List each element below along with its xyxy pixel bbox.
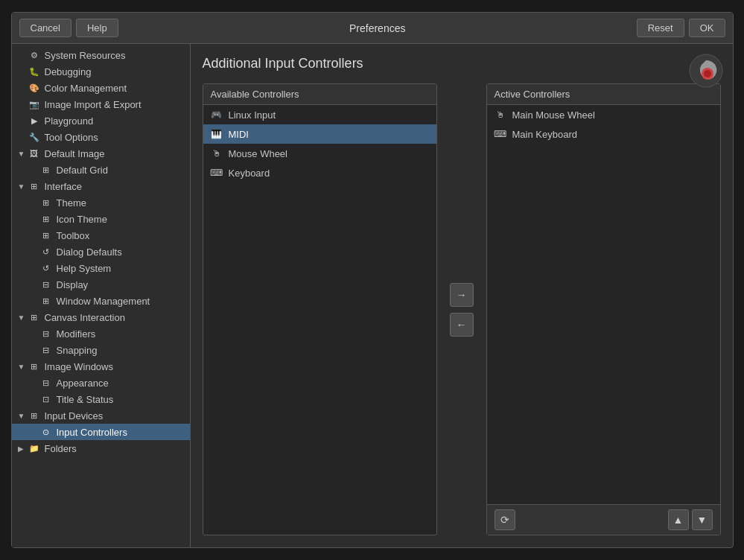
sidebar-item-label: Toolbox: [57, 230, 90, 241]
controller-label: Main Mouse Wheel: [512, 109, 595, 121]
sidebar-item-label: Default Grid: [57, 165, 108, 176]
reset-button[interactable]: Reset: [637, 19, 684, 37]
sidebar-item-tool-options[interactable]: ▼🔧Tool Options: [12, 129, 190, 145]
sidebar-icon: ⊟: [40, 377, 52, 389]
sidebar-item-title-status[interactable]: ▼⊡Title & Status: [12, 391, 190, 407]
active-controller-item[interactable]: 🖱Main Mouse Wheel: [487, 105, 720, 124]
move-left-button[interactable]: ←: [450, 313, 474, 337]
sidebar-icon: ⊞: [40, 213, 52, 225]
sidebar-item-label: Interface: [45, 181, 83, 192]
app-logo: [688, 53, 724, 89]
sidebar-item-label: Dialog Defaults: [57, 246, 122, 258]
sidebar-item-label: Input Controllers: [57, 427, 127, 438]
controller-label: Linux Input: [229, 109, 276, 121]
available-controllers-panel: Available Controllers 🎮Linux Input🎹MIDI🖱…: [203, 83, 437, 535]
collapse-arrow: ▼: [30, 346, 39, 354]
sidebar-item-system-resources[interactable]: ▼⚙System Resources: [12, 47, 190, 63]
sidebar-icon: ⊞: [28, 410, 40, 421]
sidebar-item-input-devices[interactable]: ▼⊞Input Devices: [12, 407, 190, 424]
sidebar-item-dialog-defaults[interactable]: ▼↺Dialog Defaults: [12, 244, 190, 260]
sidebar-item-label: Appearance: [57, 378, 109, 389]
help-button[interactable]: Help: [76, 19, 118, 37]
collapse-arrow: ▼: [30, 297, 39, 305]
sidebar-item-icon-theme[interactable]: ▼⊞Icon Theme: [12, 211, 190, 227]
sidebar-item-debugging[interactable]: ▼🐛Debugging: [12, 63, 190, 80]
sidebar-item-label: Default Image: [45, 148, 105, 159]
refresh-button[interactable]: ⟳: [495, 509, 515, 530]
sidebar-item-help-system[interactable]: ▼↺Help System: [12, 260, 190, 276]
sidebar-item-color-management[interactable]: ▼🎨Color Management: [12, 80, 190, 96]
sidebar-item-default-grid[interactable]: ▼⊞Default Grid: [12, 162, 190, 178]
collapse-arrow: ▼: [18, 150, 27, 158]
cancel-button[interactable]: Cancel: [19, 19, 71, 37]
sidebar-item-playground[interactable]: ▼▶Playground: [12, 112, 190, 129]
sidebar-item-toolbox[interactable]: ▼⊞Toolbox: [12, 227, 190, 244]
sidebar-item-canvas-interaction[interactable]: ▼⊞Canvas Interaction: [12, 309, 190, 325]
sidebar-item-image-import-export[interactable]: ▼📷Image Import & Export: [12, 96, 190, 112]
move-down-button[interactable]: ▼: [692, 509, 713, 530]
sidebar-item-folders[interactable]: ▶📁Folders: [12, 440, 190, 456]
sidebar-item-display[interactable]: ▼⊟Display: [12, 276, 190, 293]
arrow-panel: → ←: [443, 83, 480, 535]
collapse-arrow: ▼: [30, 248, 39, 256]
sidebar-item-label: Icon Theme: [57, 214, 107, 225]
available-controller-item[interactable]: 🎮Linux Input: [203, 105, 436, 124]
collapse-arrow: ▼: [30, 166, 39, 174]
controller-icon: 🖱: [211, 147, 223, 159]
sidebar-item-input-controllers[interactable]: ▼⊙Input Controllers: [12, 424, 190, 440]
sidebar-icon: ⊞: [28, 180, 40, 192]
sidebar-icon: ⊡: [40, 393, 52, 405]
available-controller-item[interactable]: ⌨Keyboard: [203, 163, 436, 182]
sidebar-item-modifiers[interactable]: ▼⊟Modifiers: [12, 325, 190, 342]
sidebar-icon: ⊞: [28, 360, 40, 372]
bottom-bar-actions: ⟳: [495, 509, 515, 530]
sidebar-item-window-management[interactable]: ▼⊞Window Management: [12, 293, 190, 309]
sidebar-item-snapping[interactable]: ▼⊟Snapping: [12, 342, 190, 358]
sidebar-item-label: Window Management: [57, 296, 150, 307]
content-area: ▼⚙System Resources▼🐛Debugging▼🎨Color Man…: [12, 44, 733, 547]
available-controller-item[interactable]: 🖱Mouse Wheel: [203, 144, 436, 163]
collapse-arrow: ▼: [30, 215, 39, 223]
sidebar-icon: 🖼: [28, 147, 40, 159]
ok-button[interactable]: OK: [689, 19, 725, 37]
sidebar-icon: ▶: [28, 115, 40, 127]
window-title: Preferences: [123, 22, 632, 34]
sidebar-icon: 🐛: [28, 66, 40, 77]
sidebar-icon: 🎨: [28, 82, 40, 94]
active-controller-item[interactable]: ⌨Main Keyboard: [487, 124, 720, 144]
sidebar-item-appearance[interactable]: ▼⊟Appearance: [12, 375, 190, 391]
sidebar-icon: ⚙: [28, 49, 40, 61]
sidebar-item-label: Theme: [57, 197, 86, 209]
main-content: Additional Input Controllers Available C…: [191, 44, 733, 547]
sidebar-item-label: Display: [57, 279, 89, 290]
move-up-button[interactable]: ▲: [668, 509, 689, 530]
collapse-arrow: ▼: [18, 84, 27, 92]
sidebar-item-label: Image Import & Export: [45, 99, 142, 110]
sidebar-icon: 📁: [28, 442, 40, 454]
available-controller-item[interactable]: 🎹MIDI: [203, 124, 436, 144]
sidebar-item-label: Debugging: [45, 66, 92, 77]
sidebar-item-default-image[interactable]: ▼🖼Default Image: [12, 145, 190, 162]
collapse-arrow: ▼: [18, 314, 27, 322]
page-title: Additional Input Controllers: [203, 56, 721, 71]
sidebar-icon: ⊟: [40, 344, 52, 356]
move-right-button[interactable]: →: [450, 283, 474, 307]
sidebar-item-label: Folders: [45, 443, 77, 454]
sidebar-item-image-windows[interactable]: ▼⊞Image Windows: [12, 358, 190, 375]
controller-icon: 🎹: [211, 128, 223, 140]
collapse-arrow: ▼: [30, 281, 39, 289]
sidebar-item-label: Tool Options: [45, 132, 98, 143]
sidebar-item-label: System Resources: [45, 50, 126, 61]
collapse-arrow: ▼: [30, 330, 39, 338]
collapse-arrow: ▼: [18, 68, 27, 76]
svg-point-2: [704, 70, 711, 77]
collapse-arrow: ▼: [18, 133, 27, 141]
sidebar-item-interface[interactable]: ▼⊞Interface: [12, 178, 190, 194]
controller-label: Mouse Wheel: [229, 148, 287, 159]
sidebar-icon: 🔧: [28, 131, 40, 143]
collapse-arrow: ▼: [18, 182, 27, 191]
controller-icon: ⌨: [211, 167, 223, 179]
active-panel-bottom-bar: ⟳ ▲ ▼: [487, 504, 720, 535]
sidebar-item-theme[interactable]: ▼⊞Theme: [12, 194, 190, 211]
sidebar-icon: ↺: [40, 246, 52, 258]
